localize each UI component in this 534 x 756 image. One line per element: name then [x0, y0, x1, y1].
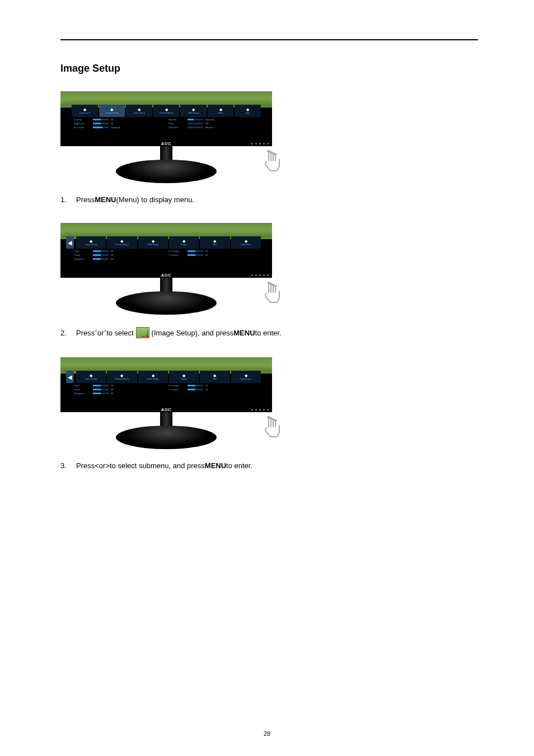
osd-row: Sharpness50 [74, 392, 164, 395]
step-1-num: 1. [60, 195, 76, 204]
osd-tab: ◆Luminance [231, 371, 261, 383]
monitor-screen-2: ◀ ◆Color Setup◆Picture Boost◆OSD Setup◆E… [60, 223, 272, 273]
step-3: 3. Press < or > to select submenu, and p… [60, 461, 478, 470]
monitor-buttons [251, 409, 269, 410]
osd-tab: ◆Exit [200, 236, 229, 249]
osd-tab: ◆Extra [169, 371, 199, 383]
osd-tab: ◆Extra [208, 105, 234, 117]
osd-tab: ◆Luminance [231, 236, 261, 249]
osd-row: Brightness50 [74, 122, 164, 125]
top-rule [60, 39, 478, 40]
step-2-post: to enter. [255, 329, 282, 337]
osd-row: H. Position50 [168, 384, 259, 387]
step-2: 2. Press < or > to select (Image Setup),… [60, 327, 478, 338]
osd-tab: ◆Color Setup [126, 105, 152, 117]
step-3-num: 3. [60, 461, 76, 470]
osd-body: Contrast50Brightness50Eco modeStandard G… [72, 117, 261, 132]
osd-tab-bar: ◆Luminance◆Image Setup◆Color Setup◆Pictu… [72, 105, 261, 117]
osd-tab: ◆OSD Setup [180, 105, 207, 117]
osd-row: Clock50 [74, 250, 164, 253]
step-3-gt: > [105, 461, 110, 470]
osd-tab: ◆Luminance [72, 105, 98, 117]
step-2-num: 2. [60, 329, 76, 337]
osd-row: Eco modeStandard [74, 126, 164, 129]
osd-tab: ◆Picture Boost [153, 105, 180, 117]
step-1-pre: Press [76, 195, 95, 204]
brand-logo: AOC [161, 408, 172, 412]
osd-tab: ◆OSD Setup [138, 236, 168, 249]
step-2-mid: to select [106, 329, 133, 337]
monitor-bezel: AOC [60, 142, 272, 146]
osd-tab: ◆Exit [200, 371, 229, 383]
osd-tab-bar: ◆Color Setup◆Picture Boost◆OSD Setup◆Ext… [76, 371, 261, 383]
monitor-buttons [251, 274, 269, 276]
step-2-or: or [97, 329, 104, 337]
osd-tab: ◆OSD Setup [138, 371, 168, 383]
osd-body: Clock50Phase50Sharpness50 H. Position50V… [72, 383, 261, 398]
osd-body: Clock50Phase50Sharpness50 H. Position50V… [72, 249, 261, 263]
hand-icon [259, 413, 285, 440]
osd-arrow-left-icon: ◀ [66, 236, 74, 249]
osd-tab: ◆Color Setup [76, 236, 106, 249]
monitor-bezel: AOC [60, 408, 272, 412]
monitor-buttons [251, 143, 269, 144]
osd-row: DCROff [168, 122, 259, 125]
osd-row: H. Position50 [168, 250, 259, 253]
osd-row: Phase50 [74, 388, 164, 391]
figure-3: ◀ ◆Color Setup◆Picture Boost◆OSD Setup◆E… [60, 357, 280, 451]
figure-1: ◆Luminance◆Image Setup◆Color Setup◆Pictu… [60, 91, 280, 185]
step-3-or: or [99, 461, 106, 470]
step-3-pre: Press [76, 461, 95, 470]
osd-tab: ◆Picture Boost [107, 371, 137, 383]
page-number: 28 [0, 730, 534, 737]
osd-tab: ◆Extra [169, 236, 199, 249]
osd-tab: ◆Color Setup [76, 371, 106, 383]
osd-tab: ◆Picture Boost [107, 236, 137, 249]
image-setup-icon [136, 327, 149, 338]
monitor-stand [60, 146, 272, 185]
osd-row: V. Position50 [168, 388, 259, 391]
osd-row: GammaGamma1 [168, 118, 259, 121]
step-2-img-label: (Image Setup), and press [152, 329, 234, 337]
monitor-screen-1: ◆Luminance◆Image Setup◆Color Setup◆Pictu… [60, 91, 272, 142]
step-2-pre: Press [76, 329, 95, 337]
osd-row: Sharpness50 [74, 258, 164, 260]
osd-arrow-left-icon: ◀ [66, 371, 74, 383]
monitor-bezel: AOC [60, 273, 272, 278]
hand-icon [259, 279, 285, 306]
step-3-menu: MENU [205, 461, 226, 470]
osd-tab: ◆Exit [235, 105, 261, 117]
osd-tab: ◆Image Setup [99, 105, 125, 117]
osd-tab-bar: ◆Color Setup◆Picture Boost◆OSD Setup◆Ext… [76, 236, 261, 249]
step-2-menu: MENU [233, 329, 255, 337]
step-3-post: to enter. [226, 461, 252, 470]
brand-logo: AOC [161, 142, 172, 146]
monitor-stand [60, 412, 272, 451]
step-1: 1. Press MENU (Menu) to display menu. [60, 195, 478, 204]
step-3-lt: < [95, 461, 99, 470]
osd-row: V. Position50 [168, 254, 259, 256]
osd-row: OverdriveMedium [168, 126, 259, 129]
osd-row: Contrast50 [74, 118, 164, 121]
section-title: Image Setup [60, 63, 478, 74]
monitor-stand [60, 278, 272, 317]
step-3-mid: to select submenu, and press [110, 461, 205, 470]
step-1-menu: MENU [95, 195, 116, 204]
figure-2: ◀ ◆Color Setup◆Picture Boost◆OSD Setup◆E… [60, 223, 280, 317]
osd-row: Clock50 [74, 384, 164, 387]
osd-row: Phase50 [74, 254, 164, 256]
brand-logo: AOC [161, 273, 172, 277]
hand-icon [259, 147, 285, 174]
monitor-screen-3: ◀ ◆Color Setup◆Picture Boost◆OSD Setup◆E… [60, 357, 272, 408]
step-1-post: (Menu) to display menu. [116, 195, 194, 204]
